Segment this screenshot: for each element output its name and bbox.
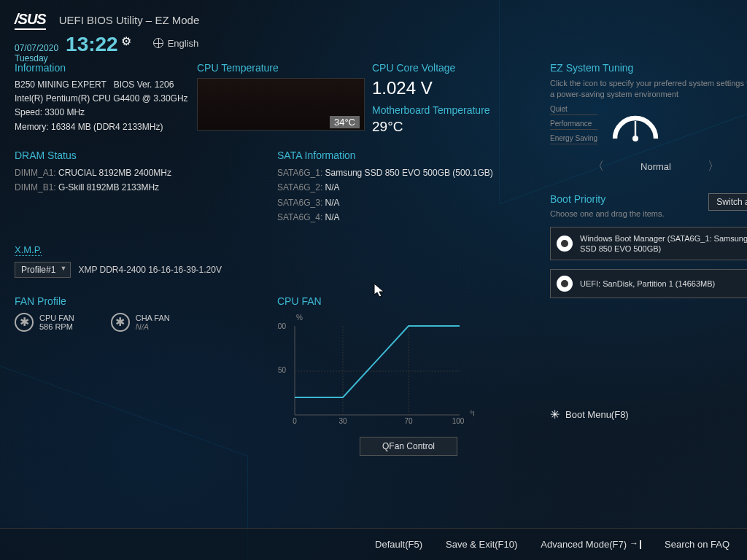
language-selector[interactable]: English: [153, 38, 199, 49]
sparkle-icon: ✳: [550, 408, 560, 421]
svg-text:30: 30: [338, 417, 347, 425]
voltage-title: CPU Core Voltage: [372, 62, 540, 74]
advanced-mode-label: Advanced Mode(F7): [541, 539, 627, 550]
sata-title: SATA Information: [277, 149, 533, 161]
fan-profile-panel: FAN Profile CPU FAN586 RPM CHA FANN/A: [15, 295, 270, 456]
advanced-mode-icon: [631, 540, 641, 549]
switch-all-button[interactable]: Switch all: [708, 193, 747, 211]
dram-status-panel: DRAM Status DIMM_A1: CRUCIAL 8192MB 2400…: [15, 149, 270, 225]
xmp-description: XMP DDR4-2400 16-16-16-39-1.20V: [78, 265, 222, 275]
save-exit-button[interactable]: Save & Exit(F10): [446, 539, 517, 550]
cpu-fan-item[interactable]: CPU FAN586 RPM: [15, 313, 74, 332]
cpu-fan-chart-panel: CPU FAN % 100 50 0 30 70: [277, 295, 540, 456]
sata-port-3: SATA6G_3: N/A: [277, 195, 533, 210]
svg-point-14: [632, 136, 638, 141]
sata-port-1: SATA6G_1: Samsung SSD 850 EVO 500GB (500…: [277, 166, 533, 180]
boot-priority-description: Choose one and drag the items.: [550, 209, 665, 218]
svg-text:%: %: [296, 314, 303, 322]
page-title: UEFI BIOS Utility – EZ Mode: [59, 14, 200, 26]
information-title: Information: [15, 62, 190, 74]
boot-item-1-label: Windows Boot Manager (SATA6G_1: Samsung …: [580, 233, 747, 254]
footer-bar: Default(F5) Save & Exit(F10) Advanced Mo…: [0, 528, 747, 560]
information-panel: Information B250 MINING EXPERT BIOS Ver.…: [15, 62, 190, 135]
svg-text:100: 100: [452, 417, 465, 425]
svg-text:50: 50: [278, 366, 287, 374]
datetime-row: 07/07/2020 Tuesday 13:22 ⚙ English: [0, 33, 747, 62]
fan-icon: [15, 313, 34, 332]
asus-logo: /SUS: [15, 11, 46, 30]
svg-text:°C: °C: [470, 410, 474, 418]
fan-icon: [111, 313, 130, 332]
xmp-profile-select[interactable]: Profile#1: [15, 262, 71, 278]
cpu-fan-text: CPU FAN586 RPM: [39, 314, 74, 331]
date-value: 07/07/2020: [15, 43, 58, 53]
advanced-mode-button[interactable]: Advanced Mode(F7): [541, 539, 641, 550]
globe-icon: [153, 38, 163, 48]
voltage-value: 1.024 V: [372, 78, 540, 98]
xmp-title: X.M.P.: [15, 244, 42, 256]
memory-info: Memory: 16384 MB (DDR4 2133MHz): [15, 120, 190, 134]
disk-icon: [557, 276, 573, 292]
tuning-mode-quiet: Quiet: [550, 105, 597, 115]
boot-priority-title: Boot Priority: [550, 193, 665, 205]
tuning-current-mode: Normal: [640, 161, 671, 172]
tuning-mode-energy: Energy Saving: [550, 134, 597, 144]
boot-item-1[interactable]: Windows Boot Manager (SATA6G_1: Samsung …: [550, 227, 747, 261]
boot-priority-panel: Boot Priority Choose one and drag the it…: [550, 193, 747, 422]
cpu-temp-value: 34°C: [330, 116, 360, 128]
svg-text:0: 0: [293, 417, 297, 425]
sata-port-4: SATA6G_4: N/A: [277, 210, 533, 225]
search-faq-button[interactable]: Search on FAQ: [665, 539, 729, 550]
mb-temp-title: Motherboard Temperature: [372, 104, 540, 116]
cpu-fan-chart-title: CPU FAN: [277, 295, 540, 307]
svg-text:70: 70: [404, 417, 413, 425]
sata-port-2: SATA6G_2: N/A: [277, 180, 533, 195]
header-bar: /SUS UEFI BIOS Utility – EZ Mode: [0, 0, 747, 33]
sata-information-panel: SATA Information SATA6G_1: Samsung SSD 8…: [277, 149, 533, 225]
dram-title: DRAM Status: [15, 149, 270, 161]
board-info: B250 MINING EXPERT BIOS Ver. 1206: [15, 78, 190, 92]
language-label: English: [168, 38, 199, 49]
boot-menu-label: Boot Menu(F8): [565, 409, 629, 420]
cpu-temp-title: CPU Temperature: [197, 62, 365, 74]
dimm-b1: DIMM_B1: G-Skill 8192MB 2133MHz: [15, 180, 270, 195]
xmp-panel: X.M.P. Profile#1 XMP DDR4-2400 16-16-16-…: [15, 243, 540, 278]
dimm-a1: DIMM_A1: CRUCIAL 8192MB 2400MHz: [15, 166, 270, 180]
time-display: 13:22: [66, 33, 118, 56]
cpu-info: Intel(R) Pentium(R) CPU G4400 @ 3.30GHz: [15, 92, 190, 106]
tuning-mode-performance: Performance: [550, 120, 597, 130]
ez-tuning-description: Click the icon to specify your preferred…: [550, 78, 747, 101]
boot-menu-button[interactable]: ✳ Boot Menu(F8): [550, 408, 747, 421]
cha-fan-text: CHA FANN/A: [136, 314, 170, 331]
cpu-temperature-panel: CPU Temperature 34°C: [197, 62, 365, 135]
fan-curve-chart: % 100 50 0 30 70 100 °C: [277, 313, 474, 429]
tuning-mode-list: Quiet Performance Energy Saving: [550, 105, 597, 144]
qfan-control-button[interactable]: QFan Control: [360, 437, 457, 456]
tuning-prev-arrow[interactable]: 〈: [592, 159, 604, 174]
ez-system-tuning-panel: EZ System Tuning Click the icon to speci…: [550, 62, 747, 174]
tuning-gauge-icon[interactable]: [606, 105, 665, 149]
fan-profile-title: FAN Profile: [15, 295, 270, 307]
cpu-temp-graph: 34°C: [197, 78, 365, 131]
speed-info: Speed: 3300 MHz: [15, 106, 190, 120]
date-display: 07/07/2020 Tuesday: [15, 43, 58, 63]
default-button[interactable]: Default(F5): [375, 539, 422, 550]
tuning-next-arrow[interactable]: 〉: [708, 159, 719, 174]
voltage-panel: CPU Core Voltage 1.024 V Motherboard Tem…: [372, 62, 540, 135]
boot-item-2-label: UEFI: SanDisk, Partition 1 (14663MB): [580, 279, 715, 289]
settings-gear-icon[interactable]: ⚙: [121, 34, 131, 48]
boot-item-2[interactable]: UEFI: SanDisk, Partition 1 (14663MB) ⠿: [550, 269, 747, 298]
svg-text:100: 100: [277, 322, 286, 330]
mb-temp-value: 29°C: [372, 119, 540, 135]
disk-icon: [557, 236, 573, 252]
cha-fan-item[interactable]: CHA FANN/A: [111, 313, 170, 332]
ez-tuning-title: EZ System Tuning: [550, 62, 747, 74]
